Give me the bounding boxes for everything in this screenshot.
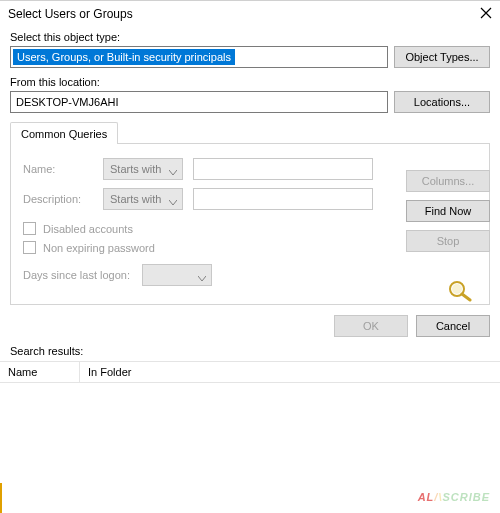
checkbox-icon (23, 222, 36, 235)
tab-common-queries[interactable]: Common Queries (10, 122, 118, 144)
chevron-down-icon (169, 166, 177, 178)
object-types-button[interactable]: Object Types... (394, 46, 490, 68)
from-location-label: From this location: (10, 76, 490, 88)
results-header: Name In Folder (0, 361, 500, 383)
svg-point-1 (452, 284, 462, 294)
location-field[interactable] (10, 91, 388, 113)
close-icon[interactable] (480, 7, 492, 21)
columns-button: Columns... (406, 170, 490, 192)
chevron-down-icon (169, 196, 177, 208)
svg-line-2 (462, 294, 470, 300)
edge-sliver (0, 483, 2, 513)
days-since-logon-combo[interactable] (142, 264, 212, 286)
locations-button[interactable]: Locations... (394, 91, 490, 113)
checkbox-icon (23, 241, 36, 254)
name-label: Name: (23, 163, 93, 175)
description-mode-value: Starts with (110, 193, 161, 205)
watermark: AL/\SCRIBE (418, 481, 490, 507)
cancel-button[interactable]: Cancel (416, 315, 490, 337)
name-mode-value: Starts with (110, 163, 161, 175)
dialog-title: Select Users or Groups (8, 7, 133, 21)
magnifier-icon (446, 278, 476, 304)
column-name[interactable]: Name (0, 362, 80, 382)
object-type-value: Users, Groups, or Built-in security prin… (13, 49, 235, 65)
non-expiring-label: Non expiring password (43, 242, 155, 254)
column-in-folder[interactable]: In Folder (80, 362, 500, 382)
description-input[interactable] (193, 188, 373, 210)
search-results-label: Search results: (0, 343, 500, 361)
description-mode-combo[interactable]: Starts with (103, 188, 183, 210)
chevron-down-icon (198, 272, 206, 284)
name-input[interactable] (193, 158, 373, 180)
days-since-logon-label: Days since last logon: (23, 269, 130, 281)
description-label: Description: (23, 193, 93, 205)
find-now-button[interactable]: Find Now (406, 200, 490, 222)
name-mode-combo[interactable]: Starts with (103, 158, 183, 180)
disabled-accounts-label: Disabled accounts (43, 223, 133, 235)
stop-button: Stop (406, 230, 490, 252)
object-type-field[interactable]: Users, Groups, or Built-in security prin… (10, 46, 388, 68)
object-type-label: Select this object type: (10, 31, 490, 43)
ok-button: OK (334, 315, 408, 337)
